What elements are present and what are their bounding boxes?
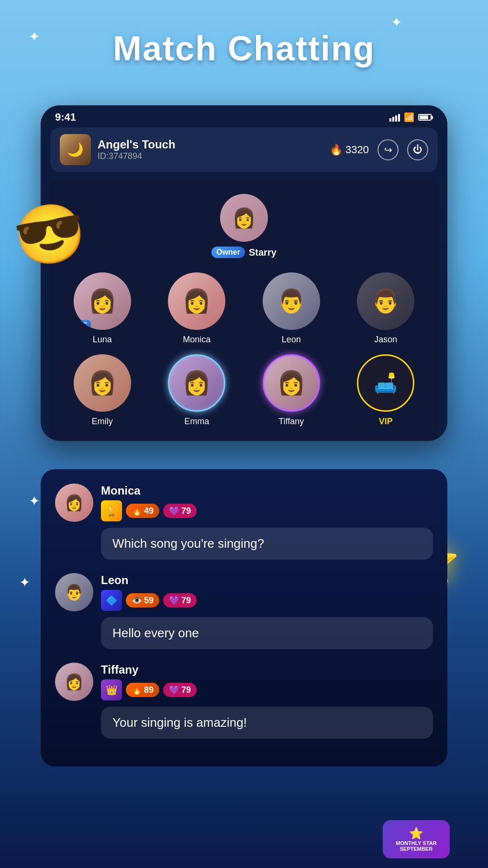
chat-user-info-leon: Leon 🔷 👁️ 59 💜 79 bbox=[101, 574, 197, 611]
chat-bubble-tiffany: Your singing is amazing! bbox=[101, 707, 433, 739]
participant-luna[interactable]: 👩 MC Luna bbox=[60, 272, 145, 345]
owner-avatar[interactable]: 👩 bbox=[220, 194, 268, 242]
chat-user-info-tiffany: Tiffany 👑 🔥 89 💜 79 bbox=[101, 663, 197, 700]
chat-bubble-leon: Hello every one bbox=[101, 617, 433, 649]
heart-icon: 💜 bbox=[169, 506, 179, 516]
room-details: Angel's Touch ID:3747894 bbox=[98, 138, 176, 161]
owner-name: Starry bbox=[249, 247, 277, 258]
room-actions: 🔥 3320 ↪ ⏻ bbox=[330, 139, 428, 160]
participant-emma[interactable]: 👩 Emma bbox=[155, 354, 240, 427]
mc-badge-luna: MC bbox=[75, 320, 91, 329]
participant-name-jason: Jason bbox=[374, 335, 397, 345]
badge-count2-tiffany: 💜 79 bbox=[163, 683, 197, 697]
rank-badge-tiffany: 👑 bbox=[101, 679, 122, 700]
bottom-card-label: MONTHLY STARSEPTEMBER bbox=[396, 840, 436, 852]
owner-label: Owner Starry bbox=[211, 247, 277, 258]
participant-name-tiffany: Tiffany bbox=[278, 417, 304, 427]
room-thumbnail-image: 🌙 bbox=[60, 134, 91, 165]
participant-name-luna: Luna bbox=[93, 335, 112, 345]
vip-icon: 🛋️ bbox=[357, 354, 414, 412]
chat-username-monica: Monica bbox=[101, 484, 197, 497]
power-button[interactable]: ⏻ bbox=[407, 139, 428, 160]
vip-label: VIP bbox=[379, 417, 393, 427]
room-id: ID:3747894 bbox=[98, 151, 176, 161]
badge-count2-monica: 💜 79 bbox=[163, 504, 197, 518]
chat-user-row-monica: 👩 Monica 🏆 🔥 49 💜 79 bbox=[55, 484, 433, 522]
flame-icon: 🔥 bbox=[132, 506, 142, 516]
cool-emoji: 😎 bbox=[9, 195, 91, 274]
participant-jason[interactable]: 👨 Jason bbox=[344, 272, 429, 345]
chat-message-tiffany: 👩 Tiffany 👑 🔥 89 💜 79 Your sing bbox=[55, 663, 433, 739]
chat-badges-leon: 🔷 👁️ 59 💜 79 bbox=[101, 590, 197, 611]
participant-emily[interactable]: 👩 Emily bbox=[60, 354, 145, 427]
room-header: 🌙 Angel's Touch ID:3747894 🔥 3320 ↪ ⏻ bbox=[50, 127, 438, 172]
status-time: 9:41 bbox=[55, 111, 76, 124]
badge-count1-leon: 👁️ 59 bbox=[126, 593, 159, 608]
chat-section: 👩 Monica 🏆 🔥 49 💜 79 Which song bbox=[41, 469, 447, 767]
chat-user-row-tiffany: 👩 Tiffany 👑 🔥 89 💜 79 bbox=[55, 663, 433, 701]
rank-badge-monica: 🏆 bbox=[101, 500, 122, 521]
participant-name-monica: Monica bbox=[183, 335, 211, 345]
heart-icon-2: 💜 bbox=[169, 595, 179, 606]
badge-count1-tiffany: 🔥 89 bbox=[126, 683, 159, 697]
chat-user-info-monica: Monica 🏆 🔥 49 💜 79 bbox=[101, 484, 197, 521]
fire-number: 3320 bbox=[345, 144, 369, 156]
eye-icon: 👁️ bbox=[132, 595, 142, 606]
participant-monica[interactable]: 👩 Monica bbox=[155, 272, 240, 345]
room-info: 🌙 Angel's Touch ID:3747894 bbox=[60, 134, 176, 165]
participants-section: 👩 Owner Starry 👩 MC Luna 👩 bbox=[50, 180, 438, 441]
chat-message-leon: 👨 Leon 🔷 👁️ 59 💜 79 Hello every bbox=[55, 573, 433, 649]
badge-count2-leon: 💜 79 bbox=[163, 593, 197, 608]
sparkle-icon-3: ✦ bbox=[29, 493, 40, 509]
chat-avatar-leon[interactable]: 👨 bbox=[55, 573, 93, 611]
battery-icon bbox=[418, 114, 433, 121]
fire-icon: 🔥 bbox=[330, 144, 343, 156]
rank-badge-leon: 🔷 bbox=[101, 590, 122, 611]
status-icons: 📶 bbox=[389, 112, 433, 123]
flame-icon-2: 🔥 bbox=[132, 685, 142, 695]
chat-bubble-monica: Which song you're singing? bbox=[101, 528, 433, 560]
participants-grid: 👩 MC Luna 👩 Monica 👨 Leon bbox=[60, 272, 428, 427]
chat-badges-tiffany: 👑 🔥 89 💜 79 bbox=[101, 679, 197, 700]
participant-name-emily: Emily bbox=[92, 417, 113, 427]
chat-text-monica: Which song you're singing? bbox=[112, 536, 264, 551]
wifi-icon: 📶 bbox=[404, 112, 414, 123]
chat-username-tiffany: Tiffany bbox=[101, 663, 197, 676]
owner-badge: Owner bbox=[211, 247, 245, 258]
chat-user-row-leon: 👨 Leon 🔷 👁️ 59 💜 79 bbox=[55, 573, 433, 611]
chat-username-leon: Leon bbox=[101, 574, 197, 587]
title-section: Match Chatting bbox=[0, 0, 488, 78]
fire-count: 🔥 3320 bbox=[330, 144, 369, 156]
phone-mockup: 9:41 📶 🌙 Angel's Touch ID:3747894 bbox=[41, 105, 447, 441]
participant-tiffany[interactable]: 👩 Tiffany bbox=[249, 354, 334, 427]
chat-avatar-monica[interactable]: 👩 bbox=[55, 484, 93, 522]
participant-leon[interactable]: 👨 Leon bbox=[249, 272, 334, 345]
chat-message-monica: 👩 Monica 🏆 🔥 49 💜 79 Which song bbox=[55, 484, 433, 560]
chat-text-tiffany: Your singing is amazing! bbox=[112, 715, 247, 730]
sparkle-icon-4: ✦ bbox=[19, 575, 30, 590]
chat-badges-monica: 🏆 🔥 49 💜 79 bbox=[101, 500, 197, 521]
share-button[interactable]: ↪ bbox=[377, 139, 399, 160]
room-name: Angel's Touch bbox=[98, 138, 176, 151]
chat-text-leon: Hello every one bbox=[112, 626, 199, 640]
status-bar: 9:41 📶 bbox=[41, 105, 447, 127]
monthly-star-card[interactable]: ⭐ MONTHLY STARSEPTEMBER bbox=[383, 820, 450, 858]
participant-name-emma: Emma bbox=[184, 417, 209, 427]
participant-name-leon: Leon bbox=[282, 335, 301, 345]
page-title: Match Chatting bbox=[0, 29, 488, 68]
vip-seat[interactable]: 🛋️ VIP bbox=[344, 354, 429, 427]
owner-row: 👩 Owner Starry bbox=[60, 194, 428, 258]
badge-count1-monica: 🔥 49 bbox=[126, 504, 159, 518]
chat-avatar-tiffany[interactable]: 👩 bbox=[55, 663, 93, 701]
signal-icon bbox=[389, 113, 400, 122]
heart-icon-3: 💜 bbox=[169, 685, 179, 695]
room-thumbnail: 🌙 bbox=[60, 134, 91, 165]
